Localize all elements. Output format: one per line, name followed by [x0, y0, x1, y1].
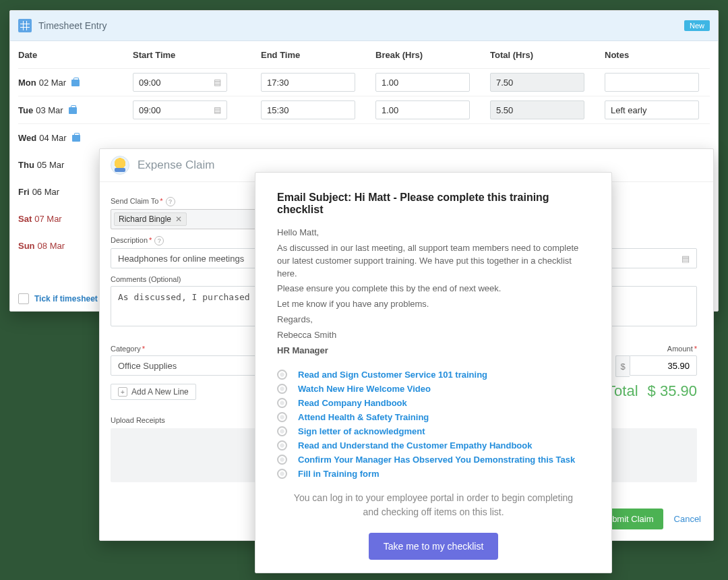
email-greeting: Hello Matt,	[277, 227, 590, 239]
email-body-3: Let me know if you have any problems.	[277, 298, 590, 311]
calendar-grid-icon	[18, 19, 32, 32]
list-icon[interactable]: ▤	[681, 254, 690, 264]
checklist-item: Sign letter of acknowledgment	[277, 426, 590, 436]
checklist-ring-icon[interactable]	[277, 384, 287, 394]
help-icon[interactable]: ?	[166, 197, 175, 206]
checklist-item: Read and Understand the Customer Empathy…	[277, 440, 590, 451]
checklist-link[interactable]: Read and Understand the Customer Empathy…	[298, 440, 532, 451]
notes-input[interactable]	[605, 73, 699, 92]
recipient-tag[interactable]: Richard Bingle✕	[114, 212, 187, 226]
checklist-ring-icon[interactable]	[277, 426, 287, 436]
checklist-ring-icon[interactable]	[277, 398, 287, 408]
checklist-ring-icon[interactable]	[277, 455, 287, 465]
email-sender: Rebecca Smith	[277, 329, 590, 342]
suitcase-icon[interactable]	[69, 107, 77, 114]
expense-title: Expense Claim	[138, 158, 214, 172]
timesheet-column-headers: Date Start Time End Time Break (Hrs) Tot…	[18, 41, 710, 69]
send-to-input[interactable]: Richard Bingle✕	[111, 209, 259, 229]
plus-icon: +	[118, 387, 127, 397]
end-time-input[interactable]: 15:30	[261, 100, 355, 119]
amount-input[interactable]	[630, 355, 697, 376]
col-date-header: Date	[18, 50, 133, 60]
checklist-item: Watch New Hire Welcome Video	[277, 384, 590, 394]
col-notes-header: Notes	[605, 50, 710, 60]
email-body-1: As discussed in our last meeting, all su…	[277, 242, 590, 281]
notes-input[interactable]: Left early	[605, 100, 699, 119]
expense-icon	[111, 156, 129, 175]
time-picker-icon[interactable]: ▤	[214, 105, 221, 115]
start-time-input[interactable]: 09:00▤	[133, 73, 227, 92]
email-sender-role: HR Manager	[277, 345, 590, 357]
email-regards: Regards,	[277, 314, 590, 326]
checklist-link[interactable]: Read Company Handbook	[298, 398, 407, 408]
timesheet-row: Wed04 Mar	[18, 124, 710, 151]
amount-label: Amount*	[609, 345, 697, 353]
checklist-ring-icon[interactable]	[277, 440, 287, 451]
checklist-link[interactable]: Sign letter of acknowledgment	[298, 426, 425, 436]
timesheet-row: Mon02 Mar09:00▤17:301.007.50	[18, 69, 710, 96]
suitcase-icon[interactable]	[72, 135, 80, 142]
timesheet-header: Timesheet Entry New	[10, 11, 718, 41]
date-cell: Tue03 Mar	[18, 105, 133, 115]
date-cell: Wed04 Mar	[18, 133, 133, 143]
date-cell: Mon02 Mar	[18, 78, 133, 88]
col-total-header: Total (Hrs)	[490, 50, 605, 60]
help-icon[interactable]: ?	[154, 236, 164, 245]
total-value: $ 35.90	[648, 382, 697, 400]
checklist-item: Attend Health & Safety Training	[277, 412, 590, 422]
checklist: Read and Sign Customer Service 101 train…	[277, 370, 590, 479]
checklist-link[interactable]: Confirm Your Manager Has Observed You De…	[298, 455, 575, 465]
total-hours: 5.50	[490, 100, 584, 119]
tick-label: Tick if timesheet	[34, 294, 98, 303]
checklist-ring-icon[interactable]	[277, 469, 287, 479]
checklist-ring-icon[interactable]	[277, 412, 287, 422]
checklist-link[interactable]: Watch New Hire Welcome Video	[298, 384, 431, 394]
checklist-ring-icon[interactable]	[277, 370, 287, 380]
col-break-header: Break (Hrs)	[375, 50, 490, 60]
total-hours: 7.50	[490, 73, 584, 92]
checklist-link[interactable]: Attend Health & Safety Training	[298, 412, 429, 422]
time-picker-icon[interactable]: ▤	[214, 78, 221, 87]
checklist-item: Confirm Your Manager Has Observed You De…	[277, 455, 590, 465]
checklist-cta-button[interactable]: Take me to my checklist	[369, 533, 499, 560]
checklist-hint: You can log in to your employee portal i…	[292, 491, 575, 519]
email-subject: Email Subject: Hi Matt - Please complete…	[277, 192, 590, 216]
col-end-header: End Time	[261, 50, 375, 60]
suitcase-icon[interactable]	[71, 80, 80, 86]
checklist-link[interactable]: Fill in Training form	[298, 469, 380, 479]
currency-label: $	[615, 355, 630, 377]
break-input[interactable]: 1.00	[375, 100, 470, 119]
checklist-item: Read Company Handbook	[277, 398, 590, 408]
new-badge[interactable]: New	[684, 20, 710, 31]
remove-tag-icon[interactable]: ✕	[175, 214, 182, 224]
checklist-link[interactable]: Read and Sign Customer Service 101 train…	[298, 370, 487, 380]
checklist-item: Fill in Training form	[277, 469, 590, 479]
timesheet-footer: Tick if timesheet	[18, 293, 98, 304]
col-start-header: Start Time	[133, 50, 261, 60]
cancel-link[interactable]: Cancel	[674, 514, 701, 524]
end-time-input[interactable]: 17:30	[261, 73, 355, 92]
email-body-2: Please ensure you complete this by the e…	[277, 283, 590, 295]
add-line-button[interactable]: +Add A New Line	[111, 384, 196, 400]
tick-checkbox[interactable]	[18, 293, 29, 304]
timesheet-row: Tue03 Mar09:00▤15:301.005.50Left early	[18, 96, 710, 124]
timesheet-title: Timesheet Entry	[38, 20, 107, 31]
start-time-input[interactable]: 09:00▤	[133, 100, 227, 119]
break-input[interactable]: 1.00	[375, 73, 470, 92]
email-panel: Email Subject: Hi Matt - Please complete…	[255, 172, 612, 573]
checklist-item: Read and Sign Customer Service 101 train…	[277, 370, 590, 380]
